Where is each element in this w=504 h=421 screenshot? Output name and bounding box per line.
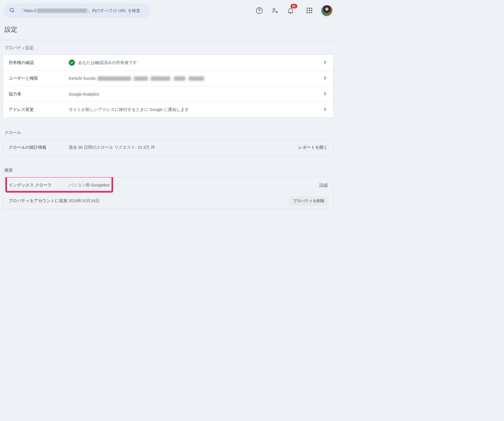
row-value: 2018年10月24日 <box>69 198 290 204</box>
row-users[interactable]: ユーザーと権限 Kenichi Suzuki, <box>3 70 333 86</box>
summary-card: インデックス クローラ パソコン用 Googlebot 詳細 プロパティをアカウ… <box>3 177 334 209</box>
svg-point-3 <box>259 12 259 12</box>
svg-line-1 <box>13 11 14 12</box>
search-icon <box>9 7 15 14</box>
help-icon[interactable] <box>255 7 263 15</box>
row-index-crawler[interactable]: インデックス クローラ パソコン用 Googlebot 詳細 <box>3 177 333 193</box>
section-label-summary: 概要 <box>0 163 336 177</box>
row-crawl-stats[interactable]: クロールの統計情報 過去 90 日間のクロール リクエスト: 10.3万 件 レ… <box>3 139 333 155</box>
row-value: あなたは確認済みの所有者です <box>69 60 322 66</box>
check-circle-icon <box>69 60 75 66</box>
page-title: 設定 <box>0 21 336 40</box>
row-label: 所有権の確認 <box>9 60 69 65</box>
notification-badge: 81 <box>291 4 297 8</box>
section-label-property: プロパティ設定 <box>0 40 336 55</box>
row-ownership[interactable]: 所有権の確認 あなたは確認済みの所有者です <box>3 55 333 70</box>
apps-icon[interactable] <box>306 7 313 15</box>
notifications-icon[interactable]: 81 <box>287 7 294 15</box>
row-value: Google Analytics <box>69 92 322 96</box>
row-label: 協力者 <box>9 91 69 97</box>
row-label: クロールの統計情報 <box>9 145 69 150</box>
chevron-right-icon <box>322 91 328 97</box>
property-settings-card: 所有権の確認 あなたは確認済みの所有者です ユーザーと権限 Kenichi Su… <box>3 55 334 118</box>
chevron-right-icon <box>322 60 328 66</box>
avatar[interactable] <box>321 5 332 16</box>
svg-point-4 <box>273 8 275 10</box>
svg-point-5 <box>276 11 277 13</box>
row-value: パソコン用 Googlebot <box>69 183 319 188</box>
row-address-change[interactable]: アドレス変更 サイトが新しいアドレスに移行するときに Google に通知します <box>3 102 333 117</box>
row-label: アドレス変更 <box>9 107 69 112</box>
svg-point-0 <box>10 8 13 11</box>
details-link[interactable]: 詳細 <box>319 183 328 188</box>
delete-property-button[interactable]: プロパティを削除 <box>290 196 328 206</box>
open-report-button[interactable]: レポートを開く <box>298 145 328 150</box>
users-settings-icon[interactable] <box>271 7 279 15</box>
row-value: Kenichi Suzuki, <box>69 76 322 81</box>
row-label: インデックス クローラ <box>9 183 69 188</box>
header-actions: 81 <box>255 5 332 16</box>
search-bar[interactable]: 「https:// 」内のすべての URL を検査 <box>4 3 151 18</box>
section-label-crawl: クロール <box>0 125 336 139</box>
row-label: ユーザーと権限 <box>9 76 69 81</box>
row-value: 過去 90 日間のクロール リクエスト: 10.3万 件 <box>69 145 298 150</box>
row-label: プロパティをアカウントに追加 <box>9 198 69 204</box>
crawl-card: クロールの統計情報 過去 90 日間のクロール リクエスト: 10.3万 件 レ… <box>3 139 334 155</box>
chevron-right-icon <box>322 75 328 82</box>
row-collaborators[interactable]: 協力者 Google Analytics <box>3 86 333 102</box>
chevron-right-icon <box>322 107 328 113</box>
search-placeholder: 「https:// 」内のすべての URL を検査 <box>20 8 140 13</box>
header: 「https:// 」内のすべての URL を検査 <box>0 0 336 21</box>
row-property-added[interactable]: プロパティをアカウントに追加 2018年10月24日 プロパティを削除 <box>3 193 333 209</box>
row-value: サイトが新しいアドレスに移行するときに Google に通知します <box>69 107 322 112</box>
